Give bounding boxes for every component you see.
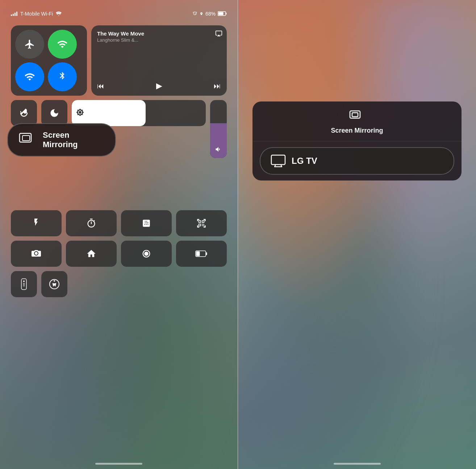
moon-icon xyxy=(49,108,59,118)
home-button[interactable] xyxy=(66,241,117,267)
accessibility-icon xyxy=(49,279,60,290)
bar3 xyxy=(14,13,16,16)
svg-rect-14 xyxy=(23,286,25,286)
camera-button[interactable] xyxy=(11,241,62,267)
music-artist: Langhorne Slim &... xyxy=(97,37,221,43)
calculator-button[interactable] xyxy=(121,210,172,236)
do-not-disturb-button[interactable] xyxy=(41,100,67,126)
left-phone: T-Mobile Wi-Fi 68% xyxy=(0,0,238,469)
volume-icon xyxy=(215,146,222,154)
music-card: The Way We Move Langhorne Slim &... ⏮ ▶ … xyxy=(91,25,227,96)
carrier-text: T-Mobile Wi-Fi xyxy=(20,11,53,17)
remote-icon xyxy=(20,278,28,290)
volume-slider[interactable] xyxy=(210,100,227,158)
svg-rect-9 xyxy=(206,252,207,255)
music-controls: ⏮ ▶ ⏭ xyxy=(97,81,221,91)
bluetooth-button[interactable] xyxy=(48,62,77,91)
accessibility-button[interactable] xyxy=(41,271,67,297)
status-right: 68% xyxy=(192,11,227,17)
svg-rect-10 xyxy=(21,279,26,290)
prev-button[interactable]: ⏮ xyxy=(97,82,104,90)
bar2 xyxy=(13,14,14,16)
status-bar-left: T-Mobile Wi-Fi 68% xyxy=(0,0,238,22)
icon-row-1 xyxy=(11,210,227,236)
connectivity-grid xyxy=(15,30,77,91)
wifi-status-icon xyxy=(56,12,62,16)
sm-panel-icon xyxy=(349,110,365,123)
svg-rect-17 xyxy=(352,113,358,117)
qr-scan-icon xyxy=(196,218,206,228)
tv-icon xyxy=(271,154,286,167)
screen-mirror-icon xyxy=(19,133,37,147)
svg-rect-13 xyxy=(23,285,25,285)
next-button[interactable]: ⏭ xyxy=(214,82,221,90)
svg-rect-8 xyxy=(196,252,200,256)
low-power-button[interactable] xyxy=(176,241,227,267)
status-left: T-Mobile Wi-Fi xyxy=(11,11,62,17)
brightness-icon xyxy=(76,108,84,118)
airplane-mode-button[interactable] xyxy=(15,30,44,59)
svg-rect-4 xyxy=(22,136,30,141)
cellular-icon xyxy=(57,39,68,50)
svg-rect-1 xyxy=(218,12,224,15)
home-bar-left xyxy=(95,463,142,465)
play-button[interactable]: ▶ xyxy=(156,81,162,91)
screen-record-button[interactable] xyxy=(121,241,172,267)
cellular-button[interactable] xyxy=(48,30,77,59)
home-bar-right xyxy=(334,463,381,465)
svg-rect-2 xyxy=(226,13,227,14)
icon-row-2 xyxy=(11,241,227,267)
icon-row-3 xyxy=(11,271,227,297)
svg-rect-12 xyxy=(23,283,25,284)
sm-panel-title: Screen Mirroring xyxy=(331,127,383,134)
sm-panel-body: LG TV xyxy=(252,141,462,180)
cc-bottom-icons xyxy=(11,210,227,297)
rotation-lock-icon xyxy=(18,108,29,119)
right-phone: Screen Mirroring LG TV xyxy=(238,0,476,469)
sm-panel-header: Screen Mirroring xyxy=(252,101,462,141)
lg-tv-button[interactable]: LG TV xyxy=(260,147,454,175)
battery-mode-icon xyxy=(195,250,208,257)
location-icon xyxy=(200,11,203,16)
connectivity-block xyxy=(11,25,87,96)
flashlight-button[interactable] xyxy=(11,210,62,236)
record-icon xyxy=(141,249,151,259)
rotation-lock-button[interactable] xyxy=(11,100,37,126)
screen-mirror-label: Screen Mirroring xyxy=(43,130,78,149)
battery-icon xyxy=(218,11,227,16)
remote-button[interactable] xyxy=(11,271,37,297)
screen-mirroring-button[interactable]: Screen Mirroring xyxy=(7,123,116,157)
bg-blur-right xyxy=(238,0,476,469)
music-title: The Way We Move xyxy=(97,30,221,37)
wifi-icon xyxy=(24,71,35,82)
camera-icon xyxy=(31,249,42,258)
brightness-slider[interactable] xyxy=(72,100,206,126)
flashlight-icon xyxy=(32,218,41,229)
svg-rect-18 xyxy=(271,155,285,165)
alarm-icon xyxy=(192,11,197,16)
svg-point-6 xyxy=(144,252,149,256)
timer-icon xyxy=(86,218,96,228)
timer-button[interactable] xyxy=(66,210,117,236)
airplane-icon xyxy=(24,39,35,50)
bar4 xyxy=(16,12,17,16)
home-icon xyxy=(86,249,96,259)
qr-code-button[interactable] xyxy=(176,210,227,236)
calculator-icon xyxy=(142,218,151,228)
bluetooth-icon xyxy=(58,71,67,82)
airplay-icon[interactable] xyxy=(215,30,222,38)
cc-top-row: The Way We Move Langhorne Slim &... ⏮ ▶ … xyxy=(11,25,227,96)
bar1 xyxy=(11,14,12,16)
svg-point-11 xyxy=(23,281,25,282)
lg-tv-label: LG TV xyxy=(292,156,317,166)
signal-bars-icon xyxy=(11,12,17,16)
battery-percentage: 68% xyxy=(205,11,216,17)
screen-mirroring-panel: Screen Mirroring LG TV xyxy=(252,101,462,180)
wifi-button[interactable] xyxy=(15,62,44,91)
